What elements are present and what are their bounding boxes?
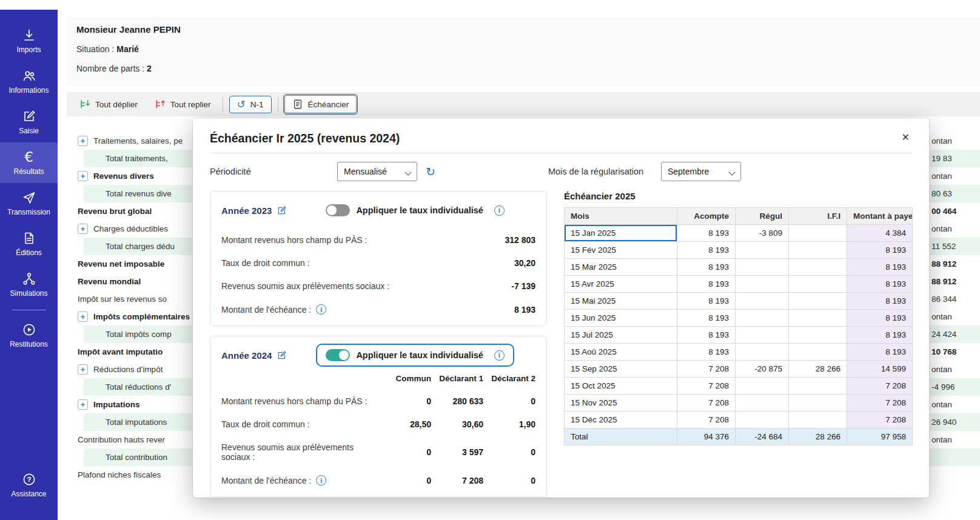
schedule-cell[interactable]: 8 193 (677, 310, 736, 327)
schedule-cell[interactable]: 15 Jun 2025 (565, 310, 677, 327)
schedule-cell[interactable]: 15 Jan 2025 (565, 225, 677, 242)
sidebar-item-transmission[interactable]: Transmission (0, 183, 58, 224)
edit-pencil-icon[interactable] (277, 205, 287, 216)
schedule-cell[interactable] (736, 327, 789, 344)
schedule-cell[interactable]: 8 193 (677, 344, 736, 361)
sidebar-item-resultats[interactable]: €Résultats (0, 142, 58, 183)
schedule-cell[interactable] (789, 259, 847, 276)
schedule-cell[interactable]: 8 193 (847, 310, 913, 327)
schedule-cell[interactable] (789, 327, 847, 344)
schedule-cell[interactable] (789, 395, 847, 412)
schedule-cell[interactable] (736, 395, 789, 412)
year-row-value: -7 139 (483, 281, 535, 291)
year-row: Revenus soumis aux prélèvements sociaux … (221, 281, 535, 291)
schedule-cell[interactable]: 7 208 (847, 412, 913, 428)
regularisation-select[interactable]: Septembre (661, 162, 741, 181)
schedule-cell[interactable]: 15 Nov 2025 (565, 395, 677, 412)
schedule-cell[interactable] (789, 344, 847, 361)
info-icon[interactable]: i (494, 205, 505, 216)
schedule-cell[interactable]: 4 384 (847, 225, 913, 242)
schedule-cell[interactable]: 7 208 (677, 361, 736, 378)
plus-icon[interactable]: + (78, 171, 88, 181)
plus-icon[interactable]: + (78, 399, 88, 410)
taux-individualise-toggle[interactable] (326, 204, 350, 216)
schedule-cell[interactable]: 7 208 (677, 395, 736, 412)
periodicite-select[interactable]: Mensualisé (337, 162, 417, 181)
schedule-cell[interactable] (736, 276, 789, 293)
taux-individualise-toggle[interactable] (326, 349, 350, 361)
plus-icon[interactable]: + (78, 312, 88, 322)
sidebar-item-simulations[interactable]: Simulations (0, 264, 58, 305)
schedule-cell[interactable]: 8 193 (847, 259, 913, 276)
edit-pencil-icon[interactable] (277, 350, 287, 361)
sidebar-item-informations[interactable]: Informations (0, 61, 58, 102)
schedule-cell[interactable]: 15 Aoû 2025 (565, 344, 677, 361)
ledger-row-label: Total impôts comp (106, 330, 172, 339)
schedule-cell[interactable]: 8 193 (847, 344, 913, 361)
schedule-cell[interactable]: 7 208 (847, 378, 913, 395)
schedule-cell[interactable]: 15 Déc 2025 (565, 412, 677, 428)
schedule-cell[interactable]: 15 Jul 2025 (565, 327, 677, 344)
page-icon (22, 231, 36, 245)
schedule-cell[interactable] (736, 310, 789, 327)
schedule-cell[interactable]: 15 Oct 2025 (565, 378, 677, 395)
schedule-cell[interactable]: 15 Avr 2025 (565, 276, 677, 293)
schedule-row: 15 Jun 20258 1938 193 (565, 310, 913, 327)
schedule-cell[interactable]: 15 Mar 2025 (565, 259, 677, 276)
schedule-cell[interactable]: 7 208 (677, 412, 736, 428)
year-row-value: 8 193 (483, 305, 535, 315)
schedule-cell[interactable]: 7 208 (677, 378, 736, 395)
year-row-value: 0 (379, 476, 431, 485)
schedule-cell[interactable]: 8 193 (847, 242, 913, 259)
schedule-cell[interactable] (736, 259, 789, 276)
schedule-cell[interactable] (736, 344, 789, 361)
schedule-cell[interactable] (789, 276, 847, 293)
schedule-cell[interactable]: 8 193 (677, 242, 736, 259)
sidebar-item-imports[interactable]: Imports (0, 21, 58, 61)
schedule-cell[interactable] (789, 378, 847, 395)
schedule-cell[interactable]: 14 599 (847, 361, 913, 378)
schedule-cell[interactable] (736, 242, 789, 259)
schedule-cell[interactable]: 8 193 (677, 276, 736, 293)
schedule-cell[interactable]: 8 193 (677, 293, 736, 310)
info-icon[interactable]: i (494, 350, 505, 361)
year-row: Montant revenus hors champ du PÀS :312 8… (221, 235, 535, 245)
plus-icon[interactable]: + (78, 224, 88, 234)
schedule-cell[interactable] (736, 378, 789, 395)
sidebar-item-assistance[interactable]: ?Assistance (0, 465, 58, 505)
schedule-cell[interactable]: 8 193 (677, 259, 736, 276)
schedule-cell[interactable]: 15 Sep 2025 (565, 361, 677, 378)
schedule-cell[interactable]: 8 193 (847, 276, 913, 293)
plus-icon[interactable]: + (78, 136, 88, 146)
schedule-cell[interactable] (789, 412, 847, 428)
info-icon[interactable]: i (316, 304, 326, 315)
refresh-icon[interactable]: ↻ (426, 166, 435, 178)
expand-all-button[interactable]: Tout déplier (74, 95, 143, 113)
schedule-cell[interactable]: 8 193 (677, 327, 736, 344)
schedule-cell[interactable]: 8 193 (677, 225, 736, 242)
sidebar-item-saisie[interactable]: Saisie (0, 102, 58, 142)
schedule-cell[interactable] (789, 310, 847, 327)
schedule-cell[interactable]: 7 208 (847, 395, 913, 412)
echeancier-button[interactable]: Échéancier (284, 95, 357, 113)
close-icon[interactable]: ✕ (899, 132, 912, 144)
schedule-cell[interactable]: 15 Mai 2025 (565, 293, 677, 310)
schedule-cell[interactable] (736, 412, 789, 428)
schedule-cell[interactable]: 28 266 (789, 361, 847, 378)
schedule-cell[interactable]: 8 193 (847, 293, 913, 310)
plus-icon[interactable]: + (78, 364, 88, 375)
schedule-cell[interactable] (789, 293, 847, 310)
schedule-cell[interactable] (789, 225, 847, 242)
schedule-cell[interactable] (736, 293, 789, 310)
n1-button[interactable]: ↺N-1 (229, 96, 272, 113)
schedule-cell[interactable]: -3 809 (736, 225, 789, 242)
info-icon[interactable]: i (316, 475, 326, 485)
collapse-all-button[interactable]: Tout replier (149, 95, 216, 113)
schedule-cell[interactable]: 8 193 (847, 327, 913, 344)
column-header: Commun (379, 374, 431, 383)
schedule-cell[interactable]: 15 Fév 2025 (565, 242, 677, 259)
schedule-cell[interactable] (789, 242, 847, 259)
sidebar-item-editions[interactable]: Éditions (0, 224, 58, 264)
schedule-cell[interactable]: -20 875 (736, 361, 789, 378)
sidebar-item-restitutions[interactable]: Restitutions (0, 315, 58, 356)
